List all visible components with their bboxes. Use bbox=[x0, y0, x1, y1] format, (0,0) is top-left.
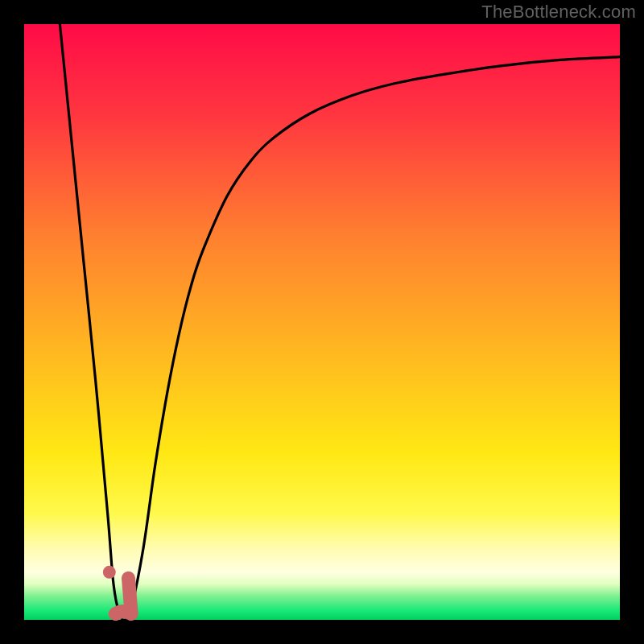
marker-dot bbox=[103, 566, 116, 579]
watermark: TheBottleneck.com bbox=[481, 2, 636, 23]
chart-canvas bbox=[0, 0, 644, 644]
plot-area bbox=[24, 24, 620, 620]
